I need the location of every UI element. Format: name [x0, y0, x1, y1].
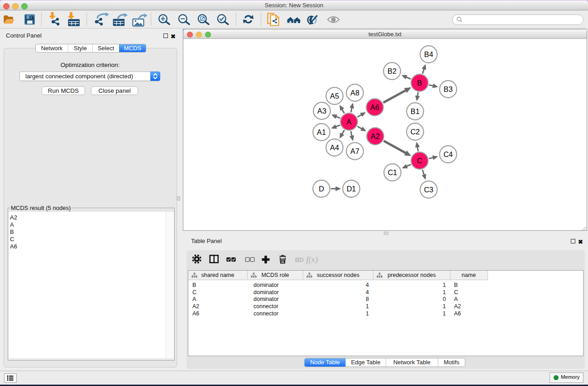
svg-text:A7: A7: [350, 147, 359, 155]
svg-text:C3: C3: [424, 186, 434, 194]
svg-text:B4: B4: [424, 50, 433, 58]
svg-text:A1: A1: [317, 128, 326, 136]
svg-text:B2: B2: [387, 67, 397, 75]
svg-text:A3: A3: [317, 107, 326, 115]
svg-text:B: B: [417, 79, 422, 87]
svg-text:B1: B1: [411, 107, 420, 115]
svg-text:C: C: [417, 157, 422, 165]
svg-text:C2: C2: [411, 128, 420, 136]
svg-text:C1: C1: [388, 168, 397, 176]
svg-text:C4: C4: [444, 150, 453, 158]
svg-text:A6: A6: [370, 103, 379, 111]
svg-text:D: D: [319, 185, 324, 193]
svg-text:A8: A8: [350, 89, 359, 97]
svg-text:D1: D1: [347, 185, 356, 193]
svg-text:A5: A5: [330, 92, 339, 100]
svg-text:A4: A4: [330, 143, 339, 152]
svg-text:B3: B3: [444, 85, 453, 93]
svg-text:A: A: [347, 118, 352, 126]
svg-text:A2: A2: [371, 132, 380, 140]
svg-text:f(x): f(x): [306, 255, 318, 265]
